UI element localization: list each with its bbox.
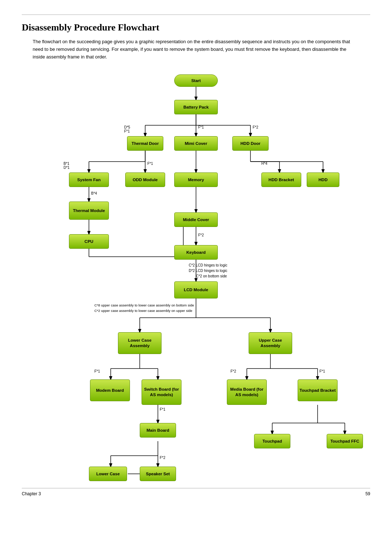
label-f1-touchpad: F*1: [319, 369, 325, 373]
label-lower-upper-note2: C*2 upper case assembly to lower case as…: [94, 309, 192, 313]
node-modem-board: Modem Board: [90, 379, 130, 401]
node-touchpad: Touchpad: [254, 434, 290, 448]
node-hdd-door: HDD Door: [232, 136, 269, 151]
label-h4: H*4: [261, 162, 268, 166]
page: Disassembly Procedure Flowchart The flow…: [0, 0, 392, 504]
label-f2-hdd: F*2: [253, 125, 258, 129]
node-speaker-set: Speaker Set: [140, 467, 176, 481]
node-mimi-cover: Mimi Cover: [174, 136, 218, 151]
node-start: Start: [174, 74, 218, 87]
node-lower-case: Lower Case: [89, 467, 127, 481]
node-touchpad-bracket: Touchpad Bracket: [298, 379, 338, 401]
node-memory: Memory: [174, 172, 218, 187]
label-f2-media: F*2: [230, 369, 236, 373]
label-f1-odd: F*1: [147, 162, 153, 166]
label-lcd-note1: C*2 LCD hinges to logic: [189, 263, 227, 267]
node-battery-pack: Battery Pack: [174, 100, 218, 114]
node-upper-case-assembly: Upper Case Assembly: [249, 332, 292, 354]
label-f1-modem: F*1: [94, 369, 100, 373]
label-b4: B*4: [91, 191, 97, 195]
label-f2-speaker: F*2: [160, 456, 166, 460]
node-system-fan: System Fan: [69, 172, 109, 187]
flowchart: Start Battery Pack D*5 F*1 F*1 F*2 Therm…: [33, 72, 359, 489]
label-f1-main: F*1: [160, 407, 166, 411]
node-switch-board: Switch Board (for AS models): [142, 379, 181, 405]
node-keyboard: Keyboard: [174, 245, 218, 260]
footer-page: 59: [366, 491, 370, 496]
top-border: [22, 15, 370, 15]
node-odd-module: ODD Module: [125, 172, 165, 187]
node-middle-cover: Middle Cover: [174, 212, 218, 227]
node-cpu: CPU: [69, 234, 109, 249]
label-d5f1: D*5 F*1: [124, 125, 130, 133]
label-f1-mimi: F*1: [198, 125, 204, 129]
node-lcd-module: LCD Module: [174, 281, 218, 298]
label-b1d1: B*1 D*1: [64, 162, 70, 170]
label-lcd-note3: C*2 on bottom side: [196, 274, 227, 278]
node-hdd: HDD: [307, 172, 339, 187]
node-touchpad-ffc: Touchpad FFC: [327, 434, 363, 448]
connectors-svg: [33, 72, 359, 489]
footer: Chapter 3 59: [22, 488, 370, 496]
footer-chapter: Chapter 3: [22, 491, 41, 496]
label-lcd-note2: D*2 LCD hinges to logic: [189, 269, 227, 273]
node-thermal-door: Thermal Door: [127, 136, 163, 151]
node-thermal-module: Thermal Module: [69, 202, 109, 220]
label-f2-keyboard: F*2: [198, 233, 204, 237]
node-hdd-bracket: HDD Bracket: [261, 172, 301, 187]
intro-text: The flowchart on the succeeding page giv…: [33, 38, 359, 61]
label-lower-upper-note1: C*8 upper case assembly to lower case as…: [94, 303, 194, 307]
page-title: Disassembly Procedure Flowchart: [22, 22, 370, 33]
node-media-board: Media Board (for AS models): [227, 379, 267, 405]
node-lower-case-assembly: Lower Case Assembly: [118, 332, 162, 354]
node-main-board: Main Board: [140, 423, 176, 438]
